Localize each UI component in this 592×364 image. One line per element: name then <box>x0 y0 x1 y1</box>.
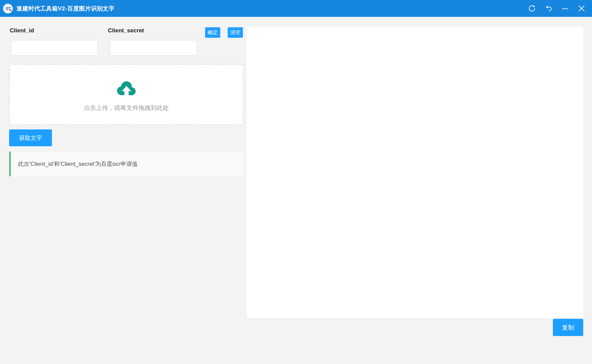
copy-button[interactable]: 复制 <box>553 319 583 336</box>
notice-box: 此次'Client_id'和'Client_secret'为百度ocr申请值 <box>9 152 244 176</box>
notice-text: 此次'Client_id'和'Client_secret'为百度ocr申请值 <box>18 160 138 168</box>
cloud-upload-icon <box>116 80 137 98</box>
client-secret-label: Client_secret <box>108 27 144 34</box>
client-id-label: Client_id <box>10 27 34 34</box>
app-window: ST 速建时代工具箱V2-百度图片识别文字 <box>0 0 592 364</box>
refresh-button[interactable] <box>528 4 536 13</box>
clear-button[interactable]: 清空 <box>228 27 243 38</box>
minimize-icon <box>561 4 569 12</box>
upload-hint-text: 点击上传，或将文件拖拽到此处 <box>84 104 169 112</box>
close-button[interactable] <box>577 4 586 13</box>
window-controls <box>528 0 586 17</box>
refresh-icon <box>528 4 536 12</box>
upload-dropzone[interactable]: 点击上传，或将文件拖拽到此处 <box>9 64 244 125</box>
minimize-button[interactable] <box>561 4 569 13</box>
client-id-input[interactable] <box>11 40 97 56</box>
title-bar: ST 速建时代工具箱V2-百度图片识别文字 <box>0 0 592 17</box>
close-icon <box>577 4 586 12</box>
confirm-button[interactable]: 确定 <box>205 27 220 38</box>
result-panel <box>247 27 583 318</box>
window-title: 速建时代工具箱V2-百度图片识别文字 <box>17 5 114 12</box>
app-logo-dot <box>10 9 11 11</box>
app-logo-icon: ST <box>3 4 13 13</box>
undo-icon <box>544 4 553 12</box>
client-secret-input[interactable] <box>110 40 197 56</box>
get-text-button[interactable]: 获取文字 <box>9 129 52 146</box>
undo-button[interactable] <box>544 4 553 13</box>
